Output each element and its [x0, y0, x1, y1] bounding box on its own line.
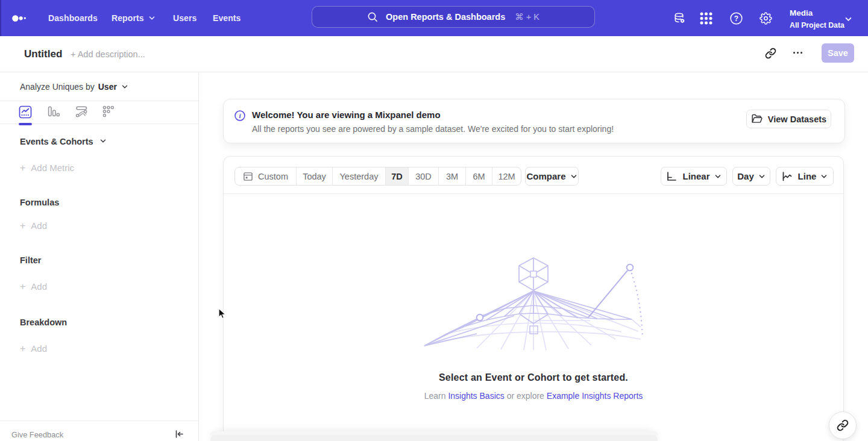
svg-text:?: ?	[734, 14, 738, 23]
svg-text:i: i	[239, 112, 241, 119]
